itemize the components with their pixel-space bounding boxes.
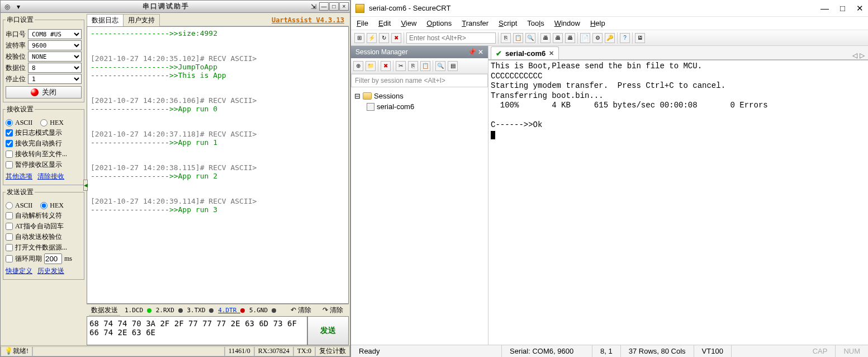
send-input[interactable]: 68 74 74 70 3A 2F 2F 77 77 77 2E 63 6D 7… [87,316,307,345]
tab-next-icon[interactable]: ▷ [860,51,865,59]
key-icon[interactable]: 🔑 [605,33,615,43]
autocheck-checkbox[interactable] [6,233,13,241]
minimize-button[interactable]: — [319,2,329,11]
tab-datalog[interactable]: 数据日志 [87,14,124,26]
clear-button-2[interactable]: ↷ 清除 [319,306,347,315]
dropdown-icon[interactable]: ▾ [13,2,24,11]
parity-label: 校验位 [6,52,28,62]
loop-label: 循环周期 [15,254,42,264]
cut-icon[interactable]: ✂ [396,61,406,71]
session-mgr-icon[interactable]: ⊞ [354,33,364,43]
enter-host-input[interactable] [406,32,496,44]
status-num: NUM [836,345,868,357]
session-manager-title[interactable]: Session Manager 📌 ✕ [351,46,488,58]
paste-icon[interactable]: 📋 [513,33,523,43]
parity-select[interactable]: NONE [28,51,82,62]
close-button[interactable]: ✕ [856,3,864,13]
menu-file[interactable]: File [357,19,368,27]
tab-support[interactable]: 用户支持 [123,14,160,26]
disconnect-icon[interactable]: ✖ [391,33,401,43]
send-ascii-radio[interactable] [6,202,13,209]
tab-serial-com6[interactable]: ✔ serial-com6 ✕ [491,46,559,59]
reset-count-button[interactable]: 复位计数 [315,346,350,356]
status-pos: 8, 1 [592,345,621,357]
log-area[interactable]: ------------------>>size:4992 [2021-10-2… [87,26,349,304]
new-session-icon[interactable]: ⊕ [353,61,363,71]
menu-help[interactable]: Help [590,19,605,27]
quick-define-link[interactable]: 快捷定义 [6,267,32,275]
port-select[interactable]: COM8 #US [28,29,82,39]
reconnect-icon[interactable]: ↻ [379,33,389,43]
screen-icon[interactable]: 🖥 [635,33,645,43]
menu-transfer[interactable]: Transfer [462,19,488,27]
status-emulation: VT100 [694,345,732,357]
send-hex-label: HEX [50,201,64,210]
maximize-button[interactable]: □ [840,3,845,13]
find-icon[interactable]: 🔍 [435,61,445,71]
pin-icon[interactable]: ⇲ [308,2,319,11]
properties-icon[interactable]: 📄 [580,33,590,43]
sig-dtr[interactable]: 4.DTR [218,307,245,314]
collapse-handle[interactable]: ◀ [83,180,88,191]
send-button[interactable]: 发送 [307,316,349,345]
print-screen-icon[interactable]: 🖶 [565,33,575,43]
paste-icon[interactable]: 📋 [420,61,430,71]
menu-view[interactable]: View [401,19,416,27]
delete-icon[interactable]: ✖ [381,61,391,71]
atcr-checkbox[interactable] [6,223,13,230]
send-header: 数据发送 1.DCD 2.RXD 3.TXD 4.DTR 5.GND ↶ 清除 … [87,304,349,316]
openfile-checkbox[interactable] [6,244,13,251]
loop-checkbox[interactable] [6,255,13,262]
print-icon[interactable]: 🖶 [540,33,551,43]
pin-icon[interactable]: 📌 [468,48,476,56]
send-hex-radio[interactable] [40,202,48,209]
menu-window[interactable]: Window [554,19,580,27]
terminal-output[interactable]: This is Boot,Please send the bin file to… [488,60,868,345]
history-send-link[interactable]: 历史发送 [37,267,64,275]
status-dim: 37 Rows, 80 Cols [621,345,694,357]
help-icon[interactable]: ? [620,33,630,43]
properties-icon[interactable]: ▤ [448,61,458,71]
maximize-button[interactable]: □ [329,2,339,11]
print-setup-icon[interactable]: 🖶 [553,33,563,43]
minimize-button[interactable]: — [820,3,829,13]
tab-datasend[interactable]: 数据发送 [89,306,120,316]
escape-checkbox[interactable] [6,212,13,219]
version-label[interactable]: UartAssist V4.3.13 [272,16,349,24]
menu-options[interactable]: Options [426,19,452,27]
baud-select[interactable]: 9600 [28,40,82,50]
find-icon[interactable]: 🔍 [525,33,535,43]
recv-ascii-radio[interactable] [6,119,13,126]
menu-tools[interactable]: Tools [527,19,544,27]
tree-item-serial-com6[interactable]: serial-com6 [354,101,485,112]
copy-icon[interactable]: ⎘ [501,33,511,43]
securecrt-titlebar[interactable]: serial-com6 - SecureCRT — □ ✕ [351,0,868,17]
tree-root[interactable]: ⊟Sessions [354,91,485,101]
uartassist-titlebar[interactable]: ◎ ▾ 串口调试助手 ⇲ — □ × [1,1,350,13]
session-tree[interactable]: ⊟Sessions serial-com6 [351,87,488,345]
logmode-checkbox[interactable] [6,129,13,137]
new-folder-icon[interactable]: 📁 [366,61,376,71]
quick-connect-icon[interactable]: ⚡ [367,33,377,43]
close-button[interactable]: × [339,2,349,11]
menu-script[interactable]: Script [499,19,517,27]
recv-hex-radio[interactable] [40,119,48,126]
menu-edit[interactable]: Edit [378,19,391,27]
databits-select[interactable]: 8 [28,63,82,73]
close-panel-icon[interactable]: ✕ [478,48,483,56]
pause-checkbox[interactable] [6,161,13,168]
other-options-link[interactable]: 其他选项 [6,172,32,180]
clear-recv-link[interactable]: 清除接收 [37,172,64,180]
copy-icon[interactable]: ⎘ [408,61,418,71]
clear-button-1[interactable]: ↶ 清除 [287,306,315,315]
stopbits-select[interactable]: 1 [28,74,82,84]
close-tab-icon[interactable]: ✕ [549,50,554,57]
close-port-button[interactable]: 关闭 [6,86,82,98]
tab-prev-icon[interactable]: ◁ [852,51,857,59]
tofile-checkbox[interactable] [6,151,13,158]
collapse-icon[interactable]: ⊟ [354,92,361,100]
loop-input[interactable] [44,253,62,264]
settings-icon[interactable]: ⚙ [592,33,603,43]
autowrap-checkbox[interactable] [6,140,13,147]
session-filter-input[interactable]: Filter by session name <Alt+I> [351,74,488,87]
